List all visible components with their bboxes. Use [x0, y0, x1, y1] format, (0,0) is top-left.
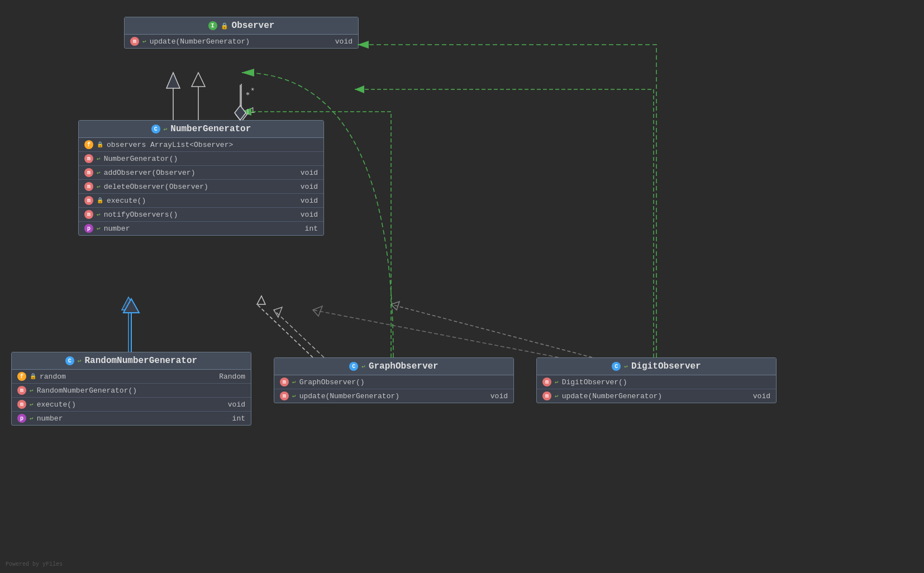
- graph-observer-class: C ↩ GraphObserver m ↩ GraphObserver() m …: [274, 357, 514, 403]
- field-badge: f: [17, 372, 26, 381]
- method-badge: m: [130, 37, 139, 46]
- numgen-method-constructor: m ↩ NumberGenerator(): [79, 152, 323, 166]
- method-return: void: [753, 392, 770, 400]
- field-badge: p: [84, 224, 93, 233]
- observer-badge: I: [208, 21, 217, 30]
- method-return: void: [301, 197, 318, 205]
- field-type: Random: [219, 373, 245, 381]
- method-visibility: ↩: [97, 211, 101, 218]
- method-text: deleteObserver(Observer): [104, 183, 297, 191]
- svg-marker-10: [241, 108, 251, 116]
- field-text: number: [104, 225, 302, 233]
- rng-header: C ↩ RandomNumberGenerator: [12, 352, 251, 370]
- observer-visibility: 🔒: [221, 22, 228, 30]
- method-badge: m: [542, 391, 551, 400]
- method-visibility: ↩: [142, 38, 146, 45]
- arrows-overlay: * 1: [0, 0, 924, 573]
- method-text: RandomNumberGenerator(): [37, 386, 245, 395]
- rng-class-name: RandomNumberGenerator: [84, 356, 197, 366]
- method-visibility: ↩: [292, 393, 296, 400]
- method-visibility: ↩: [97, 155, 101, 163]
- svg-text:1: 1: [250, 106, 255, 115]
- method-text: NumberGenerator(): [104, 155, 318, 163]
- method-text: execute(): [107, 197, 297, 205]
- diagram-canvas: * 1 I 🔒 Observer m ↩ update(NumberGenera…: [0, 0, 924, 573]
- do-method-constructor: m ↩ DigitObserver(): [537, 375, 776, 389]
- method-badge: m: [280, 378, 289, 386]
- field-type: int: [305, 225, 318, 233]
- numgen-header: C ↩ NumberGenerator: [79, 121, 323, 138]
- method-badge: m: [17, 386, 26, 395]
- svg-marker-16: [235, 106, 246, 120]
- do-class-name: DigitObserver: [631, 361, 701, 371]
- svg-marker-7: [122, 297, 135, 310]
- field-lock: 🔒: [97, 141, 103, 148]
- observer-method-update: m ↩ update(NumberGenerator) void: [125, 35, 358, 48]
- field-visibility: ↩: [97, 225, 101, 232]
- svg-marker-1: [192, 73, 205, 87]
- go-method-update: m ↩ update(NumberGenerator) void: [274, 389, 513, 403]
- method-visibility: ↩: [97, 169, 101, 176]
- method-return: void: [490, 392, 508, 400]
- observer-header: I 🔒 Observer: [125, 17, 358, 35]
- method-badge: m: [84, 182, 93, 191]
- observer-class: I 🔒 Observer m ↩ update(NumberGenerator)…: [124, 17, 359, 49]
- svg-marker-24: [358, 41, 369, 49]
- numgen-class-name: NumberGenerator: [170, 124, 251, 134]
- numgen-class: C ↩ NumberGenerator f 🔒 observers ArrayL…: [78, 120, 324, 236]
- field-text: observers ArrayList<Observer>: [107, 141, 318, 149]
- go-visibility: ↩: [361, 363, 365, 370]
- graph-observer-header: C ↩ GraphObserver: [274, 358, 513, 375]
- go-class-name: GraphObserver: [369, 361, 439, 371]
- method-badge: m: [17, 400, 26, 409]
- method-return: void: [301, 169, 318, 177]
- method-visibility: ↩: [30, 387, 34, 394]
- do-method-update: m ↩ update(NumberGenerator) void: [537, 389, 776, 403]
- go-method-constructor: m ↩ GraphObserver(): [274, 375, 513, 389]
- digit-observer-class: C ↩ DigitObserver m ↩ DigitObserver() m …: [536, 357, 777, 403]
- method-return: void: [228, 400, 245, 409]
- method-badge: m: [280, 391, 289, 400]
- method-text: notifyObservers(): [104, 211, 297, 219]
- svg-marker-12: [391, 302, 399, 310]
- svg-marker-11: [355, 85, 364, 93]
- numgen-badge: C: [151, 125, 160, 133]
- rng-field-random: f 🔒 random Random: [12, 370, 251, 384]
- svg-line-8: [257, 304, 313, 357]
- observer-class-name: Observer: [232, 21, 275, 31]
- method-badge: m: [84, 154, 93, 163]
- rng-field-number: p ↩ number int: [12, 412, 251, 425]
- numgen-method-notify: m ↩ notifyObservers() void: [79, 208, 323, 222]
- field-lock: 🔒: [30, 373, 36, 380]
- method-lock: 🔒: [97, 197, 103, 204]
- method-text: GraphObserver(): [299, 378, 508, 386]
- numgen-visibility: ↩: [164, 126, 168, 133]
- method-text: update(NumberGenerator): [562, 392, 750, 400]
- svg-marker-20: [123, 299, 139, 313]
- digit-observer-header: C ↩ DigitObserver: [537, 358, 776, 375]
- method-badge: m: [84, 196, 93, 205]
- svg-marker-14: [166, 73, 180, 88]
- method-visibility: ↩: [555, 393, 559, 400]
- method-badge: m: [84, 168, 93, 177]
- numgen-field-observers: f 🔒 observers ArrayList<Observer>: [79, 138, 323, 152]
- field-text: random: [40, 373, 216, 381]
- field-badge: p: [17, 414, 26, 423]
- method-badge: m: [84, 210, 93, 219]
- method-visibility: ↩: [292, 379, 296, 386]
- svg-marker-23: [241, 69, 254, 77]
- method-text: addObserver(Observer): [104, 169, 297, 177]
- rng-method-execute: m ↩ execute() void: [12, 398, 251, 412]
- method-return: void: [335, 37, 353, 46]
- field-visibility: ↩: [30, 415, 34, 422]
- rng-class: C ↩ RandomNumberGenerator f 🔒 random Ran…: [11, 352, 251, 426]
- svg-text:*: *: [246, 91, 250, 99]
- method-visibility: ↩: [30, 401, 34, 408]
- do-visibility: ↩: [624, 363, 628, 370]
- method-text: DigitObserver(): [562, 378, 770, 386]
- field-badge: f: [84, 140, 93, 149]
- numgen-method-deleteobserver: m ↩ deleteObserver(Observer) void: [79, 180, 323, 194]
- rng-visibility: ↩: [78, 357, 82, 365]
- method-return: void: [301, 183, 318, 191]
- method-visibility: ↩: [555, 379, 559, 386]
